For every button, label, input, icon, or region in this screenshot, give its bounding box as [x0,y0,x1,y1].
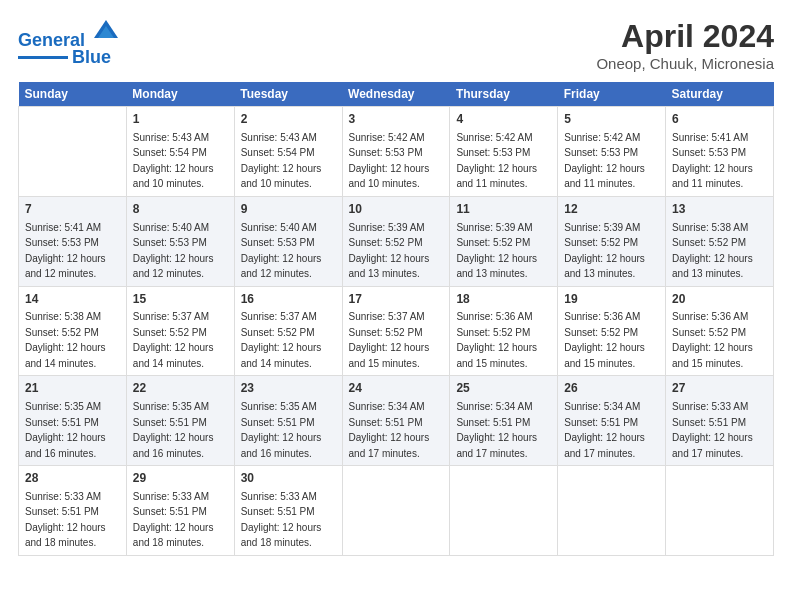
cell-week3-day5: 18Sunrise: 5:36 AMSunset: 5:52 PMDayligh… [450,286,558,376]
cell-text: Sunrise: 5:33 AMSunset: 5:51 PMDaylight:… [133,491,214,549]
week-row-5: 28Sunrise: 5:33 AMSunset: 5:51 PMDayligh… [19,466,774,556]
day-number: 15 [133,291,228,308]
cell-week4-day6: 26Sunrise: 5:34 AMSunset: 5:51 PMDayligh… [558,376,666,466]
cell-text: Sunrise: 5:37 AMSunset: 5:52 PMDaylight:… [133,311,214,369]
day-number: 6 [672,111,767,128]
cell-text: Sunrise: 5:35 AMSunset: 5:51 PMDaylight:… [133,401,214,459]
cell-text: Sunrise: 5:35 AMSunset: 5:51 PMDaylight:… [25,401,106,459]
cell-text: Sunrise: 5:42 AMSunset: 5:53 PMDaylight:… [456,132,537,190]
cell-text: Sunrise: 5:39 AMSunset: 5:52 PMDaylight:… [349,222,430,280]
calendar-table: Sunday Monday Tuesday Wednesday Thursday… [18,82,774,556]
day-number: 27 [672,380,767,397]
week-row-2: 7Sunrise: 5:41 AMSunset: 5:53 PMDaylight… [19,196,774,286]
col-saturday: Saturday [666,82,774,107]
cell-week3-day2: 15Sunrise: 5:37 AMSunset: 5:52 PMDayligh… [126,286,234,376]
logo-icon [92,18,120,46]
cell-week3-day6: 19Sunrise: 5:36 AMSunset: 5:52 PMDayligh… [558,286,666,376]
day-number: 20 [672,291,767,308]
day-number: 3 [349,111,444,128]
cell-text: Sunrise: 5:41 AMSunset: 5:53 PMDaylight:… [672,132,753,190]
cell-text: Sunrise: 5:37 AMSunset: 5:52 PMDaylight:… [349,311,430,369]
cell-text: Sunrise: 5:36 AMSunset: 5:52 PMDaylight:… [456,311,537,369]
cell-text: Sunrise: 5:38 AMSunset: 5:52 PMDaylight:… [672,222,753,280]
cell-week2-day2: 8Sunrise: 5:40 AMSunset: 5:53 PMDaylight… [126,196,234,286]
day-number: 2 [241,111,336,128]
week-row-4: 21Sunrise: 5:35 AMSunset: 5:51 PMDayligh… [19,376,774,466]
cell-week1-day7: 6Sunrise: 5:41 AMSunset: 5:53 PMDaylight… [666,107,774,197]
day-number: 26 [564,380,659,397]
col-sunday: Sunday [19,82,127,107]
cell-text: Sunrise: 5:35 AMSunset: 5:51 PMDaylight:… [241,401,322,459]
col-monday: Monday [126,82,234,107]
day-number: 5 [564,111,659,128]
day-number: 14 [25,291,120,308]
day-number: 22 [133,380,228,397]
day-number: 10 [349,201,444,218]
cell-text: Sunrise: 5:33 AMSunset: 5:51 PMDaylight:… [672,401,753,459]
week-row-1: 1Sunrise: 5:43 AMSunset: 5:54 PMDaylight… [19,107,774,197]
col-friday: Friday [558,82,666,107]
cell-week5-day6 [558,466,666,556]
cell-week1-day1 [19,107,127,197]
cell-text: Sunrise: 5:43 AMSunset: 5:54 PMDaylight:… [133,132,214,190]
cell-text: Sunrise: 5:34 AMSunset: 5:51 PMDaylight:… [564,401,645,459]
day-number: 13 [672,201,767,218]
cell-week5-day3: 30Sunrise: 5:33 AMSunset: 5:51 PMDayligh… [234,466,342,556]
cell-week4-day5: 25Sunrise: 5:34 AMSunset: 5:51 PMDayligh… [450,376,558,466]
cell-week3-day7: 20Sunrise: 5:36 AMSunset: 5:52 PMDayligh… [666,286,774,376]
title-block: April 2024 Oneop, Chuuk, Micronesia [596,18,774,72]
day-number: 1 [133,111,228,128]
cell-text: Sunrise: 5:36 AMSunset: 5:52 PMDaylight:… [672,311,753,369]
day-number: 30 [241,470,336,487]
cell-text: Sunrise: 5:40 AMSunset: 5:53 PMDaylight:… [133,222,214,280]
day-number: 28 [25,470,120,487]
cell-week5-day1: 28Sunrise: 5:33 AMSunset: 5:51 PMDayligh… [19,466,127,556]
cell-text: Sunrise: 5:33 AMSunset: 5:51 PMDaylight:… [25,491,106,549]
cell-week5-day5 [450,466,558,556]
day-number: 17 [349,291,444,308]
cell-week4-day3: 23Sunrise: 5:35 AMSunset: 5:51 PMDayligh… [234,376,342,466]
cell-week1-day3: 2Sunrise: 5:43 AMSunset: 5:54 PMDaylight… [234,107,342,197]
day-number: 16 [241,291,336,308]
logo: General Blue [18,18,120,68]
cell-text: Sunrise: 5:41 AMSunset: 5:53 PMDaylight:… [25,222,106,280]
day-number: 29 [133,470,228,487]
cell-week4-day2: 22Sunrise: 5:35 AMSunset: 5:51 PMDayligh… [126,376,234,466]
day-number: 9 [241,201,336,218]
week-row-3: 14Sunrise: 5:38 AMSunset: 5:52 PMDayligh… [19,286,774,376]
cell-text: Sunrise: 5:37 AMSunset: 5:52 PMDaylight:… [241,311,322,369]
cell-week3-day3: 16Sunrise: 5:37 AMSunset: 5:52 PMDayligh… [234,286,342,376]
day-number: 8 [133,201,228,218]
main-title: April 2024 [596,18,774,55]
subtitle: Oneop, Chuuk, Micronesia [596,55,774,72]
cell-week1-day2: 1Sunrise: 5:43 AMSunset: 5:54 PMDaylight… [126,107,234,197]
cell-text: Sunrise: 5:40 AMSunset: 5:53 PMDaylight:… [241,222,322,280]
cell-week1-day5: 4Sunrise: 5:42 AMSunset: 5:53 PMDaylight… [450,107,558,197]
col-wednesday: Wednesday [342,82,450,107]
cell-text: Sunrise: 5:36 AMSunset: 5:52 PMDaylight:… [564,311,645,369]
cell-week3-day4: 17Sunrise: 5:37 AMSunset: 5:52 PMDayligh… [342,286,450,376]
cell-week5-day7 [666,466,774,556]
header-row: Sunday Monday Tuesday Wednesday Thursday… [19,82,774,107]
cell-week4-day1: 21Sunrise: 5:35 AMSunset: 5:51 PMDayligh… [19,376,127,466]
day-number: 7 [25,201,120,218]
cell-week1-day4: 3Sunrise: 5:42 AMSunset: 5:53 PMDaylight… [342,107,450,197]
cell-text: Sunrise: 5:34 AMSunset: 5:51 PMDaylight:… [456,401,537,459]
calendar-body: 1Sunrise: 5:43 AMSunset: 5:54 PMDaylight… [19,107,774,556]
cell-week2-day7: 13Sunrise: 5:38 AMSunset: 5:52 PMDayligh… [666,196,774,286]
day-number: 21 [25,380,120,397]
cell-week4-day7: 27Sunrise: 5:33 AMSunset: 5:51 PMDayligh… [666,376,774,466]
cell-week2-day1: 7Sunrise: 5:41 AMSunset: 5:53 PMDaylight… [19,196,127,286]
cell-week2-day4: 10Sunrise: 5:39 AMSunset: 5:52 PMDayligh… [342,196,450,286]
day-number: 4 [456,111,551,128]
cell-week5-day2: 29Sunrise: 5:33 AMSunset: 5:51 PMDayligh… [126,466,234,556]
cell-week4-day4: 24Sunrise: 5:34 AMSunset: 5:51 PMDayligh… [342,376,450,466]
day-number: 18 [456,291,551,308]
cell-text: Sunrise: 5:34 AMSunset: 5:51 PMDaylight:… [349,401,430,459]
logo-blue: Blue [72,47,111,68]
cell-text: Sunrise: 5:42 AMSunset: 5:53 PMDaylight:… [564,132,645,190]
day-number: 24 [349,380,444,397]
col-thursday: Thursday [450,82,558,107]
calendar-header: Sunday Monday Tuesday Wednesday Thursday… [19,82,774,107]
day-number: 12 [564,201,659,218]
